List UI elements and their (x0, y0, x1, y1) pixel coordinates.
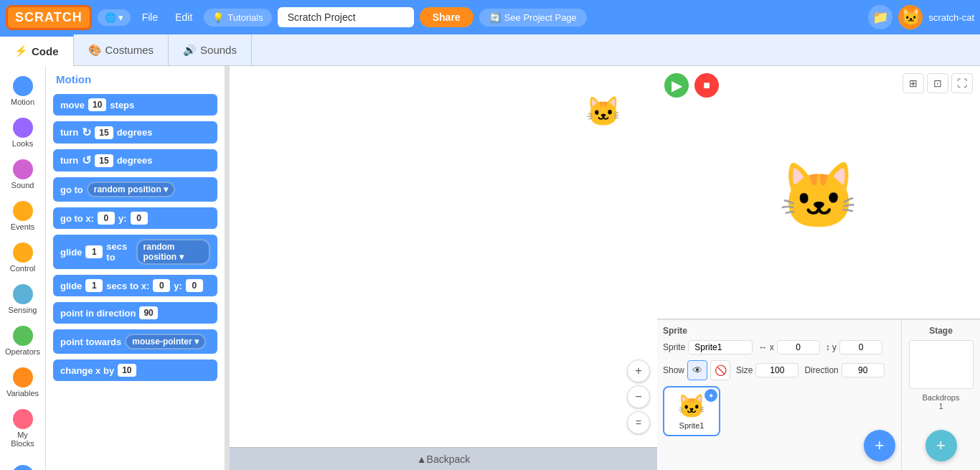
block-move[interactable]: move 10 steps (53, 94, 217, 116)
block-point-towards[interactable]: point towards mouse-pointer ▾ (53, 329, 217, 354)
save-icon-button[interactable]: 📁 (868, 5, 892, 29)
sprite-panel-header: Sprite (663, 326, 895, 336)
project-name-input[interactable] (278, 7, 414, 27)
remix-icon: 🔄 (489, 12, 501, 23)
edit-menu[interactable]: Edit (169, 9, 198, 26)
size-label: Size (736, 365, 753, 375)
code-tab-icon: ⚡ (14, 44, 28, 57)
script-canvas[interactable]: 🐱 (230, 66, 657, 470)
folder-icon: 📁 (872, 9, 888, 25)
y-label: ↕ y (826, 342, 837, 352)
backpack-chevron: ▲ (417, 453, 427, 465)
sidebar-item-control[interactable]: Control (3, 238, 43, 277)
show-label: Show (663, 365, 684, 375)
stop-button[interactable]: ■ (694, 73, 719, 98)
stage-panel-label: Stage (929, 326, 953, 336)
add-sprite-button[interactable]: + (864, 430, 895, 461)
size-input[interactable] (755, 363, 798, 377)
fullscreen-button[interactable]: ⛶ (951, 73, 973, 93)
block-change-x[interactable]: change x by 10 (53, 359, 217, 381)
tab-costumes[interactable]: 🎨 Costumes (74, 34, 169, 66)
add-backdrop-button[interactable]: + (925, 430, 957, 461)
small-stage-button[interactable]: ⊞ (903, 73, 924, 93)
green-flag-button[interactable]: ▶ (664, 73, 689, 98)
sidebar-item-variables[interactable]: Variables (3, 363, 43, 402)
fit-button[interactable]: = (627, 411, 650, 434)
backpack-bar[interactable]: ▲ Backpack (230, 447, 657, 470)
see-project-button[interactable]: 🔄 See Project Page (479, 9, 587, 27)
user-name[interactable]: scratch-cat (928, 12, 974, 23)
block-point-direction[interactable]: point in direction 90 (53, 302, 217, 324)
sidebar-item-sound[interactable]: Sound (3, 155, 43, 194)
sprite-thumb-sprite1[interactable]: 🐱 Sprite1 ✦ (663, 386, 720, 436)
file-menu[interactable]: File (136, 9, 164, 26)
tab-code[interactable]: ⚡ Code (0, 34, 74, 66)
stage-area: ▶ ■ ⊞ ⊡ ⛶ 🐱 (657, 66, 980, 319)
globe-button[interactable]: 🌐 ▾ (98, 9, 131, 26)
sidebar-item-myblocks[interactable]: My Blocks (3, 405, 43, 452)
direction-label: Direction (804, 365, 838, 375)
zoom-out-button[interactable]: − (627, 385, 650, 408)
x-label: ↔ x (758, 342, 773, 352)
sidebar-item-looks[interactable]: Looks (3, 113, 43, 152)
sidebar-item-operators[interactable]: Operators (3, 321, 43, 360)
lightbulb-icon: 💡 (212, 12, 224, 23)
stage-sprite-cat: 🐱 (778, 159, 859, 234)
x-input[interactable] (777, 340, 820, 354)
tutorials-button[interactable]: 💡 Tutorials (204, 9, 271, 27)
normal-stage-button[interactable]: ⊡ (927, 73, 948, 93)
sounds-tab-icon: 🔊 (183, 44, 197, 57)
blocks-panel-title: Motion (53, 73, 217, 85)
block-goto-xy[interactable]: go to x: 0 y: 0 (53, 207, 217, 229)
block-turn-ccw[interactable]: turn ↺ 15 degrees (53, 149, 217, 171)
sprite-name-label: Sprite (663, 342, 685, 352)
sprite-name-input[interactable] (688, 340, 753, 354)
block-goto-random[interactable]: go to random position ▾ (53, 177, 217, 202)
globe-icon: 🌐 (105, 12, 116, 23)
sidebar-item-motion[interactable]: Motion (3, 72, 43, 111)
sidebar-item-sensing[interactable]: Sensing (3, 280, 43, 319)
share-button[interactable]: Share (420, 7, 473, 27)
direction-input[interactable] (842, 363, 885, 377)
costumes-tab-icon: 🎨 (88, 44, 102, 57)
backdrops-label: Backdrops (923, 393, 960, 402)
scratch-logo[interactable]: SCRATCH (6, 5, 92, 30)
sidebar-item-events[interactable]: Events (3, 197, 43, 235)
block-turn-cw[interactable]: turn ↻ 15 degrees (53, 121, 217, 144)
zoom-in-button[interactable]: + (627, 359, 650, 382)
globe-chevron: ▾ (118, 12, 123, 23)
block-glide-xy[interactable]: glide 1 secs to x: 0 y: 0 (53, 275, 217, 296)
user-avatar[interactable]: 🐱 (898, 5, 923, 29)
backdrops-count: 1 (938, 402, 943, 410)
sprite-thumbnail-canvas: 🐱 (585, 95, 621, 131)
y-input[interactable] (839, 340, 882, 354)
show-hidden-button[interactable]: 🚫 (710, 360, 730, 380)
stage-thumbnail (909, 340, 974, 389)
add-extension-button[interactable]: + (3, 461, 43, 470)
show-visible-button[interactable]: 👁 (687, 360, 707, 380)
block-glide-to[interactable]: glide 1 secs to random position ▾ (53, 235, 217, 269)
tab-sounds[interactable]: 🔊 Sounds (169, 34, 252, 66)
